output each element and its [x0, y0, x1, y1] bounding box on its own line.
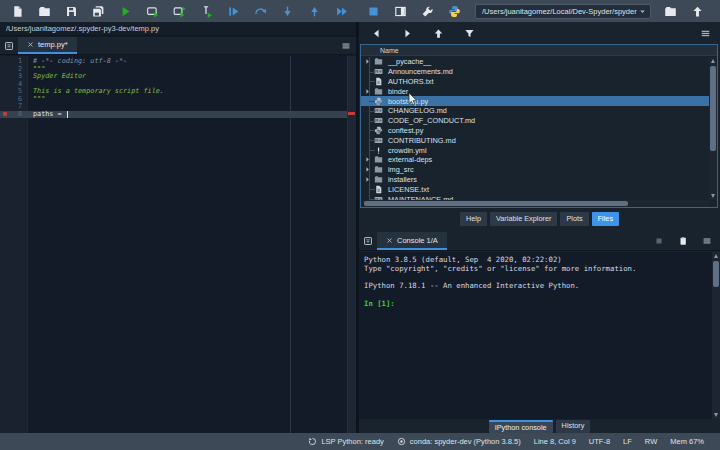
working-directory-parent-button[interactable] — [688, 2, 706, 20]
files-horizontal-scrollbar[interactable] — [361, 200, 709, 207]
line-number: 8 — [0, 111, 22, 119]
console-output[interactable]: Python 3.8.5 (default, Sep 4 2020, 02:22… — [359, 252, 720, 419]
stop-button[interactable] — [364, 2, 382, 20]
editor-tab-temp-py[interactable]: temp.py* — [18, 37, 77, 54]
run-cell-advance-button[interactable] — [170, 2, 188, 20]
tab-files[interactable]: Files — [592, 212, 619, 226]
file-row-external-deps[interactable]: external-deps — [361, 155, 709, 165]
eol-status: LF — [623, 437, 632, 446]
chevron-down-icon[interactable] — [638, 7, 647, 16]
preferences-button[interactable] — [418, 2, 436, 20]
editor-line-8[interactable]: 8paths = — [0, 111, 347, 119]
file-list: __pycache__Announcements.mdAUTHORS.txtbi… — [361, 57, 709, 200]
editor-line-1[interactable]: 1# -*- coding: utf-8 -*- — [0, 58, 347, 66]
py-file-icon — [374, 125, 384, 135]
files-previous-button[interactable] — [367, 24, 385, 42]
editor-line-3[interactable]: 3Spyder Editor — [0, 73, 347, 81]
files-vertical-scrollbar[interactable] — [709, 57, 717, 200]
conda-env-status[interactable]: conda: spyder-dev (Python 3.8.5) — [397, 437, 521, 446]
code-text: This is a temporary script file. — [33, 88, 164, 96]
folder-file-icon — [374, 57, 384, 67]
close-icon[interactable] — [27, 41, 34, 48]
file-row-LICENSE.txt[interactable]: LICENSE.txt — [361, 184, 709, 194]
console-banner-line: IPython 7.18.1 -- An enhanced Interactiv… — [364, 282, 720, 291]
new-console-icon[interactable] — [678, 236, 688, 246]
folder-file-icon — [374, 165, 384, 175]
files-options-menu-icon[interactable] — [696, 24, 714, 42]
tab-variable-explorer[interactable]: Variable Explorer — [490, 212, 557, 226]
tab-history[interactable]: History — [556, 420, 591, 433]
console-options-menu-icon[interactable] — [702, 236, 712, 246]
open-file-button[interactable] — [35, 2, 53, 20]
permissions-status: RW — [645, 437, 657, 446]
file-row-conftest.py[interactable]: conftest.py — [361, 126, 709, 136]
browse-console-tabs-button[interactable] — [359, 232, 377, 250]
run-cell-button[interactable] — [143, 2, 161, 20]
console-tab[interactable]: Console 1/A — [377, 232, 447, 250]
tab-help[interactable]: Help — [460, 212, 487, 226]
console-vertical-scrollbar[interactable] — [712, 252, 720, 419]
scrollflag-column[interactable] — [347, 56, 356, 433]
files-panel: Name __pycache__Announcements.mdAUTHORS.… — [359, 22, 720, 228]
expand-arrow-icon[interactable] — [361, 156, 374, 163]
maximize-pane-button[interactable] — [391, 2, 409, 20]
browse-working-directory-button[interactable] — [661, 2, 679, 20]
step-into-button[interactable] — [278, 2, 296, 20]
python-env-button[interactable] — [445, 2, 463, 20]
file-name: CODE_OF_CONDUCT.md — [388, 116, 475, 125]
plugin-tab-bar: HelpVariable ExplorerPlotsFiles — [359, 212, 720, 226]
run-selection-button[interactable] — [197, 2, 215, 20]
status-bar: LSP Python: ready conda: spyder-dev (Pyt… — [0, 433, 720, 450]
file-row-img_src[interactable]: img_src — [361, 165, 709, 175]
main-toolbar: /Users/juanitagomez/Local/Dev-Spyder/spy… — [0, 0, 720, 22]
debug-continue-button[interactable] — [332, 2, 350, 20]
tab-ipython-console[interactable]: IPython console — [489, 420, 553, 433]
console-prompt[interactable]: In [1]: — [364, 300, 720, 309]
expand-arrow-icon[interactable] — [361, 58, 374, 65]
interrupt-kernel-icon[interactable] — [654, 236, 664, 246]
close-icon[interactable] — [386, 237, 393, 244]
debug-run-button[interactable] — [224, 2, 242, 20]
file-row-__pycache__[interactable]: __pycache__ — [361, 57, 709, 67]
expand-arrow-icon[interactable] — [361, 176, 374, 183]
code-editor[interactable]: 1# -*- coding: utf-8 -*-2"""3Spyder Edit… — [0, 56, 356, 433]
file-row-installers[interactable]: installers — [361, 175, 709, 185]
right-pane: Name __pycache__Announcements.mdAUTHORS.… — [359, 22, 720, 433]
file-name: img_src — [388, 165, 414, 174]
files-next-button[interactable] — [398, 24, 416, 42]
new-file-button[interactable] — [8, 2, 26, 20]
files-column-header[interactable]: Name — [361, 45, 717, 56]
console-banner-line: Type "copyright", "credits" or "license"… — [364, 265, 720, 274]
encoding-status: UTF-8 — [589, 437, 610, 446]
folder-file-icon — [374, 86, 384, 96]
filter-icon[interactable] — [460, 24, 478, 42]
files-parent-button[interactable] — [429, 24, 447, 42]
file-row-CONTRIBUTING.md[interactable]: CONTRIBUTING.md — [361, 135, 709, 145]
memory-status: Mem 67% — [670, 437, 704, 446]
save-button[interactable] — [62, 2, 80, 20]
working-directory-combo[interactable]: /Users/juanitagomez/Local/Dev-Spyder/spy… — [475, 4, 651, 19]
file-row-AUTHORS.txt[interactable]: AUTHORS.txt — [361, 77, 709, 87]
file-row-CHANGELOG.md[interactable]: CHANGELOG.md — [361, 106, 709, 116]
file-row-crowdin.yml[interactable]: crowdin.yml — [361, 145, 709, 155]
md-file-icon — [374, 67, 384, 77]
editor-pane: /Users/juanitagomez/.spyder-py3-dev/temp… — [0, 22, 356, 433]
error-flag-mark — [348, 112, 355, 115]
tab-plots[interactable]: Plots — [560, 212, 588, 226]
step-over-button[interactable] — [251, 2, 269, 20]
file-tree-view: Name __pycache__Announcements.mdAUTHORS.… — [360, 44, 718, 208]
step-return-button[interactable] — [305, 2, 323, 20]
browse-tabs-button[interactable] — [0, 37, 18, 54]
code-text: # -*- coding: utf-8 -*- — [33, 58, 127, 66]
editor-options-menu-icon[interactable] — [341, 37, 356, 54]
editor-line-6[interactable]: 6""" — [0, 96, 347, 104]
file-row-CODE_OF_CONDUCT.md[interactable]: CODE_OF_CONDUCT.md — [361, 116, 709, 126]
editor-line-5[interactable]: 5This is a temporary script file. — [0, 88, 347, 96]
save-all-button[interactable] — [89, 2, 107, 20]
file-row-Announcements.md[interactable]: Announcements.md — [361, 67, 709, 77]
txt-file-icon — [374, 184, 384, 194]
run-button[interactable] — [116, 2, 134, 20]
expand-arrow-icon[interactable] — [361, 166, 374, 173]
code-text: paths = — [33, 111, 62, 119]
expand-arrow-icon[interactable] — [361, 88, 374, 95]
